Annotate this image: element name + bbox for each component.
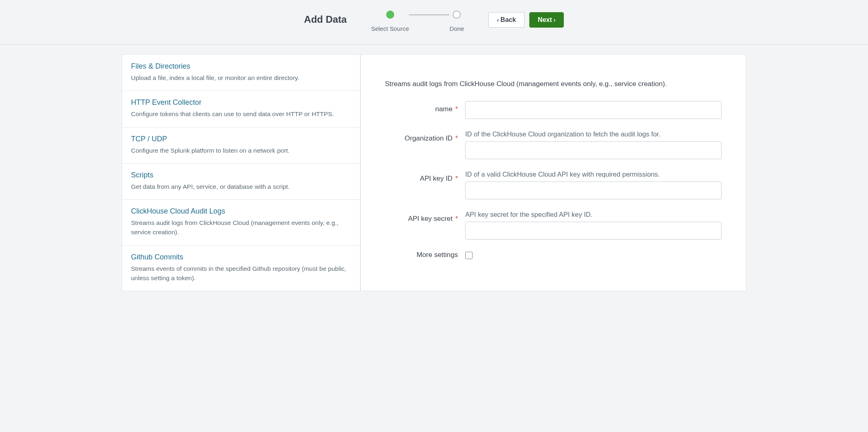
required-asterisk: * xyxy=(455,175,458,182)
form-label: API key ID * xyxy=(385,171,465,183)
source-desc: Get data from any API, service, or datab… xyxy=(131,182,351,191)
source-title: TCP / UDP xyxy=(131,135,351,143)
label-text: name xyxy=(435,105,453,113)
source-desc: Streams events of commits in the specifi… xyxy=(131,264,351,283)
api-key-secret-input[interactable] xyxy=(465,222,722,240)
source-title: Scripts xyxy=(131,171,351,179)
back-button-label: Back xyxy=(501,16,516,24)
step-select-source: Select Source xyxy=(371,11,409,32)
sidebar-item-scripts[interactable]: Scripts Get data from any API, service, … xyxy=(122,164,360,200)
form-row-api-key-id: API key ID * ID of a valid ClickHouse Cl… xyxy=(385,171,722,199)
name-input[interactable] xyxy=(465,101,722,119)
sidebar-item-clickhouse-audit-logs[interactable]: ClickHouse Cloud Audit Logs Streams audi… xyxy=(122,200,360,246)
label-text: Organization ID xyxy=(405,134,453,142)
step-label: Done xyxy=(449,25,464,32)
source-desc: Upload a file, index a local file, or mo… xyxy=(131,73,351,82)
required-asterisk: * xyxy=(455,215,458,222)
form-field xyxy=(465,101,722,119)
label-text: API key ID xyxy=(420,175,452,182)
form-row-more-settings: More settings xyxy=(385,251,722,261)
form-label: More settings xyxy=(385,251,465,259)
sidebar-item-files-directories[interactable]: Files & Directories Upload a file, index… xyxy=(122,55,360,91)
source-list: Files & Directories Upload a file, index… xyxy=(122,55,361,291)
step-circle-active xyxy=(386,11,394,19)
api-key-id-input[interactable] xyxy=(465,181,722,199)
source-desc: Streams audit logs from ClickHouse Cloud… xyxy=(131,218,351,237)
organization-id-input[interactable] xyxy=(465,141,722,159)
more-settings-checkbox[interactable] xyxy=(465,252,473,259)
form-field: ID of a valid ClickHouse Cloud API key w… xyxy=(465,171,722,199)
source-desc: Configure the Splunk platform to listen … xyxy=(131,146,351,155)
chevron-right-icon: › xyxy=(554,17,556,23)
header: Add Data Select Source Done ‹ Back Next … xyxy=(0,0,868,45)
form-row-organization-id: Organization ID * ID of the ClickHouse C… xyxy=(385,130,722,159)
form-row-api-key-secret: API key secret * API key secret for the … xyxy=(385,211,722,240)
header-buttons: ‹ Back Next › xyxy=(488,12,564,28)
source-desc: Configure tokens that clients can use to… xyxy=(131,109,351,119)
next-button[interactable]: Next › xyxy=(529,12,564,28)
sidebar-item-http-event-collector[interactable]: HTTP Event Collector Configure tokens th… xyxy=(122,91,360,127)
source-title: Files & Directories xyxy=(131,62,351,71)
step-label: Select Source xyxy=(371,25,409,32)
source-title: ClickHouse Cloud Audit Logs xyxy=(131,207,351,216)
step-line xyxy=(409,14,449,15)
sidebar-item-tcp-udp[interactable]: TCP / UDP Configure the Splunk platform … xyxy=(122,127,360,164)
sidebar-item-github-commits[interactable]: Github Commits Streams events of commits… xyxy=(122,246,360,291)
panel-description: Streams audit logs from ClickHouse Cloud… xyxy=(385,79,722,89)
label-text: More settings xyxy=(417,251,458,259)
content: Files & Directories Upload a file, index… xyxy=(122,54,746,291)
label-text: API key secret xyxy=(408,215,453,222)
form-help: ID of the ClickHouse Cloud organization … xyxy=(465,130,722,138)
form-field: API key secret for the specified API key… xyxy=(465,211,722,240)
form-help: API key secret for the specified API key… xyxy=(465,211,722,218)
source-title: HTTP Event Collector xyxy=(131,98,351,107)
source-title: Github Commits xyxy=(131,253,351,261)
form-label: name * xyxy=(385,101,465,113)
step-circle-inactive xyxy=(453,11,461,19)
required-asterisk: * xyxy=(455,105,458,113)
form-label: API key secret * xyxy=(385,211,465,223)
stepper: Select Source Done xyxy=(371,11,464,32)
step-done: Done xyxy=(449,11,464,32)
chevron-left-icon: ‹ xyxy=(497,17,499,23)
form-label: Organization ID * xyxy=(385,130,465,143)
form-field: ID of the ClickHouse Cloud organization … xyxy=(465,130,722,159)
form-help: ID of a valid ClickHouse Cloud API key w… xyxy=(465,171,722,178)
main-panel: Streams audit logs from ClickHouse Cloud… xyxy=(361,55,746,291)
next-button-label: Next xyxy=(538,16,552,24)
page-title: Add Data xyxy=(304,14,347,25)
form-field xyxy=(465,251,722,261)
required-asterisk: * xyxy=(455,134,458,142)
form-row-name: name * xyxy=(385,101,722,119)
content-wrapper: Files & Directories Upload a file, index… xyxy=(0,45,868,301)
back-button[interactable]: ‹ Back xyxy=(488,12,524,28)
